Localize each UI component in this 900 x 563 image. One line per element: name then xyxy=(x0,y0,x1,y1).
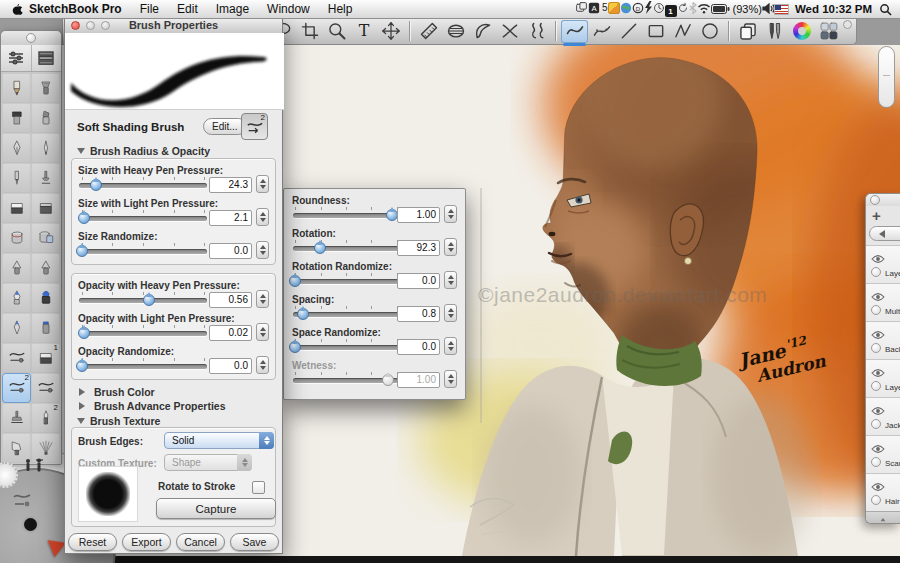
toolbar-handle[interactable] xyxy=(843,20,852,29)
menu-edit[interactable]: Edit xyxy=(168,2,207,16)
time-machine-icon[interactable] xyxy=(653,2,665,14)
slider-thumb[interactable] xyxy=(386,209,398,221)
menu-image[interactable]: Image xyxy=(207,2,258,16)
palette-tool-paint-buckets[interactable] xyxy=(31,223,60,253)
slider-stepper[interactable] xyxy=(444,205,457,223)
slider-value[interactable]: 0.02 xyxy=(209,325,252,341)
layers-titlebar[interactable] xyxy=(866,194,900,206)
globe-icon[interactable] xyxy=(620,2,632,14)
section-brush-advance[interactable]: Brush Advance Properties xyxy=(77,400,226,412)
stroke-type-button[interactable]: 2 xyxy=(241,113,268,140)
spotlight-icon[interactable] xyxy=(879,3,892,16)
lagoon-tools-icon[interactable] xyxy=(22,458,48,478)
slider-track[interactable] xyxy=(79,364,207,369)
tool-ruler[interactable] xyxy=(415,20,442,43)
slider-value[interactable]: 92.3 xyxy=(397,240,440,256)
palette-tool-round-brush[interactable]: 2 xyxy=(31,403,60,433)
palette-tool-spray-cone[interactable] xyxy=(31,253,60,283)
layer-select-radio[interactable] xyxy=(871,381,881,391)
export-button[interactable]: Export xyxy=(122,533,171,551)
slider-track[interactable] xyxy=(79,183,207,188)
current-color-swatch[interactable] xyxy=(24,518,37,531)
slider-value[interactable]: 1.00 xyxy=(397,207,440,223)
palette-tool-liner[interactable] xyxy=(31,133,60,163)
input-source-icon[interactable]: A5 xyxy=(588,2,608,14)
tool-ellipse[interactable] xyxy=(696,20,723,43)
window-dot-icon[interactable] xyxy=(870,195,880,205)
slider-thumb[interactable] xyxy=(143,294,155,306)
slider-stepper[interactable] xyxy=(256,290,269,308)
slider-value[interactable]: 0.8 xyxy=(397,306,440,322)
save-button[interactable]: Save xyxy=(230,533,279,551)
palette-tab-rows[interactable] xyxy=(31,45,62,71)
window-dot-icon[interactable] xyxy=(26,33,36,43)
slider-thumb[interactable] xyxy=(78,327,90,339)
slider-thumb[interactable] xyxy=(76,360,88,372)
layer-row[interactable]: Back xyxy=(866,321,900,359)
tool-line[interactable] xyxy=(615,20,642,43)
palette-tool-blue-crayon[interactable] xyxy=(31,283,60,313)
layer-select-radio[interactable] xyxy=(871,457,881,467)
section-radius-opacity[interactable]: Brush Radius & Opacity xyxy=(77,144,210,158)
tool-oval-guide[interactable] xyxy=(442,20,469,43)
tool-zoom[interactable] xyxy=(323,20,350,43)
slider-track[interactable] xyxy=(79,216,207,221)
slider-stepper[interactable] xyxy=(256,356,269,374)
palette-tool-custom-stroke[interactable] xyxy=(31,373,60,403)
slider-stepper[interactable] xyxy=(444,337,457,355)
capture-button[interactable]: Capture xyxy=(156,498,276,519)
layer-row[interactable]: Layer xyxy=(866,359,900,397)
palette-tool-blue-spray[interactable] xyxy=(31,313,60,343)
slider-value[interactable]: 0.56 xyxy=(209,292,252,308)
slider-track[interactable] xyxy=(293,279,399,284)
palette-tool-blue-pen[interactable] xyxy=(2,313,31,343)
palette-tab-sliders[interactable] xyxy=(1,45,31,71)
tool-symmetry-s[interactable] xyxy=(523,20,550,43)
slider-thumb[interactable] xyxy=(76,245,88,257)
tool-color-wheel[interactable] xyxy=(788,20,815,43)
slider-thumb[interactable] xyxy=(289,275,301,287)
slider-value[interactable]: 2.1 xyxy=(209,210,252,226)
flag-icon[interactable] xyxy=(775,5,788,14)
palette-tool-pencil[interactable] xyxy=(2,73,31,103)
tool-swatches[interactable] xyxy=(815,20,842,43)
slider-value[interactable]: 24.3 xyxy=(209,177,252,193)
slider-track[interactable] xyxy=(79,331,207,336)
slider-thumb[interactable] xyxy=(78,212,90,224)
slider-value[interactable]: 0.0 xyxy=(397,339,440,355)
slider-value[interactable]: 0.0 xyxy=(397,273,440,289)
palette-tool-eraser-soft[interactable]: 1 xyxy=(31,343,60,373)
canvas-scroll-handle[interactable] xyxy=(878,46,895,108)
palette-tool-chisel[interactable] xyxy=(31,103,60,133)
layers-back-button[interactable] xyxy=(869,226,900,241)
palette-tool-custom-stroke[interactable] xyxy=(2,343,31,373)
palette-tool-ballpoint[interactable] xyxy=(2,133,31,163)
slider-track[interactable] xyxy=(79,249,207,254)
layer-row[interactable]: Hair xyxy=(866,473,900,511)
calendar-icon[interactable]: 1 xyxy=(665,5,677,17)
wifi-icon[interactable] xyxy=(697,3,711,14)
palette-tool-felt-pen[interactable] xyxy=(2,163,31,193)
slider-stepper[interactable] xyxy=(444,304,457,322)
layer-select-radio[interactable] xyxy=(871,343,881,353)
layer-visibility-eye-icon[interactable] xyxy=(871,364,885,382)
layers-footer[interactable] xyxy=(866,511,900,524)
slider-stepper[interactable] xyxy=(256,241,269,259)
tool-brushes[interactable] xyxy=(761,20,788,43)
rotate-to-stroke-checkbox[interactable] xyxy=(252,481,265,494)
layer-visibility-eye-icon[interactable] xyxy=(871,326,885,344)
slider-track[interactable] xyxy=(79,298,207,303)
tool-crop[interactable] xyxy=(296,20,323,43)
palette-tool-paint-bucket[interactable] xyxy=(2,223,31,253)
palette-tool-marker[interactable] xyxy=(2,103,31,133)
bolt-icon[interactable] xyxy=(644,1,653,14)
menu-file[interactable]: File xyxy=(131,2,168,16)
tool-dotted-curve[interactable] xyxy=(588,20,615,43)
slider-value[interactable]: 0.0 xyxy=(209,358,252,374)
workflow-icon[interactable] xyxy=(608,2,620,14)
slider-thumb[interactable] xyxy=(297,308,309,320)
layer-visibility-eye-icon[interactable] xyxy=(871,402,885,420)
layer-select-radio[interactable] xyxy=(871,305,881,315)
brush-edges-select[interactable]: Solid xyxy=(164,432,274,449)
slider-stepper[interactable] xyxy=(444,238,457,256)
